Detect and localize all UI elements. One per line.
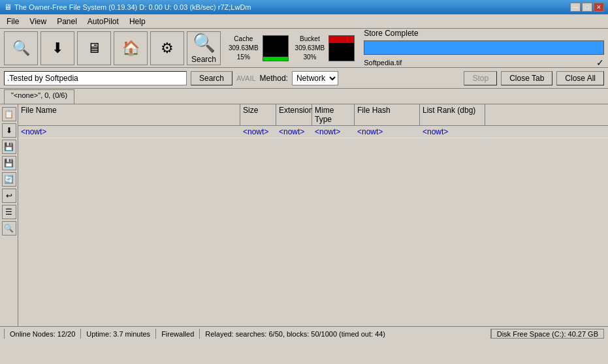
store-complete-label: Store Complete [364, 29, 418, 38]
title-bar-title: 🖥 The Owner-Free File System (0.19.34) D… [4, 3, 251, 12]
stop-button[interactable]: Stop [464, 71, 497, 85]
available-label: AVAIL [236, 74, 256, 82]
file-list-container: File Name Size Extension Mime Type File … [18, 104, 608, 326]
sidebar-icon-rotate[interactable]: 🔄 [2, 172, 16, 187]
store-complete-filename: Softpedia.tif [364, 59, 402, 67]
store-complete-section: Store Complete Softpedia.tif ✓ [364, 29, 604, 68]
bucket-fill [329, 36, 354, 43]
title-bar-controls: — □ ✕ [570, 3, 604, 12]
col-header-mime[interactable]: Mime Type [312, 104, 355, 125]
col-header-extension[interactable]: Extension [276, 104, 312, 125]
cell-mime: <nowt> [312, 126, 355, 138]
method-label: Method: [260, 74, 288, 83]
cell-filename: <nowt> [18, 126, 240, 138]
cache-fill [263, 57, 288, 61]
toolbar-home-btn[interactable]: 🏠 [114, 31, 148, 65]
sidebar-icon-download[interactable]: ⬇ [2, 123, 16, 138]
minimize-button[interactable]: — [570, 3, 581, 12]
method-select[interactable]: Network Local Both [292, 71, 338, 85]
sidebar-icon-save1[interactable]: 💾 [2, 140, 16, 154]
toolbar-search-btn[interactable]: 🔍 [4, 31, 38, 65]
bucket-percent: 30% [303, 53, 316, 62]
toolbar-search-label-btn[interactable]: 🔍 Search [187, 31, 221, 65]
download-icon: ⬇ [52, 40, 63, 57]
cache-size: 309.63MB [229, 44, 259, 53]
table-row[interactable]: <nowt> <nowt> <nowt> <nowt> <nowt> <nowt… [18, 126, 608, 138]
col-header-rank[interactable]: List Rank (dbg) [420, 104, 485, 125]
menu-panel[interactable]: Panel [53, 16, 81, 27]
menu-autopilot[interactable]: AutoPilot [84, 16, 123, 27]
store-complete-bar [364, 40, 604, 55]
cell-size: <nowt> [240, 126, 276, 138]
toolbar-network-btn[interactable]: 🖥 [77, 31, 111, 65]
network-icon: 🖥 [87, 40, 101, 57]
menu-help[interactable]: Help [125, 16, 150, 27]
cache-group: Cache 309.63MB 15% [229, 35, 289, 62]
status-online-nodes: Online Nodes: 12/20 [4, 329, 81, 339]
bucket-bar [328, 35, 355, 61]
close-tab-button[interactable]: Close Tab [501, 71, 552, 85]
status-bar: Online Nodes: 12/20 Uptime: 3.7 minutes … [0, 326, 608, 341]
bucket-group: Bucket 309.63MB 30% [295, 35, 355, 62]
sidebar-icon-search[interactable]: 🔍 [2, 221, 16, 235]
col-header-filename[interactable]: File Name [18, 104, 240, 125]
close-button[interactable]: ✕ [594, 3, 604, 12]
menu-view[interactable]: View [25, 16, 50, 27]
cell-hash: <nowt> [355, 126, 420, 138]
window-title: The Owner-Free File System (0.19.34) D: … [14, 3, 251, 11]
col-header-hash[interactable]: File Hash [355, 104, 420, 125]
bucket-size: 309.63MB [295, 44, 325, 53]
title-bar: 🖥 The Owner-Free File System (0.19.34) D… [0, 0, 608, 14]
bucket-label: Bucket [300, 35, 320, 44]
settings-icon: ⚙ [161, 40, 174, 57]
status-firewalled: Firewalled [156, 329, 200, 339]
toolbar-settings-btn[interactable]: ⚙ [150, 31, 184, 65]
menu-bar: File View Panel AutoPilot Help [0, 14, 608, 29]
sidebar-icon-clipboard[interactable]: 📋 [2, 107, 16, 121]
cache-bar [263, 35, 289, 61]
sidebar-icon-list[interactable]: ☰ [2, 205, 16, 219]
tab-bar: "<none>", 0, (0/6) [0, 89, 608, 104]
status-disk-free: Disk Free Space (C:): 40.27 GB [491, 329, 604, 339]
main-content: 📋 ⬇ 💾 💾 🔄 ↩ ☰ 🔍 File Name Size Extension… [0, 104, 608, 326]
file-list-header: File Name Size Extension Mime Type File … [18, 104, 608, 126]
search-bar: Search AVAIL Method: Network Local Both … [0, 68, 608, 89]
status-relayed: Relayed: searches: 6/50, blocks: 50/1000… [200, 329, 490, 339]
sidebar-icon-back[interactable]: ↩ [2, 189, 16, 203]
search-input[interactable] [4, 71, 187, 85]
home-icon: 🏠 [122, 40, 140, 57]
cell-extension: <nowt> [276, 126, 312, 138]
maximize-button[interactable]: □ [582, 3, 592, 12]
menu-file[interactable]: File [3, 16, 23, 27]
search-large-icon: 🔍 [193, 32, 216, 53]
close-all-button[interactable]: Close All [556, 71, 604, 85]
search-button[interactable]: Search [191, 71, 232, 85]
search-label: Search [191, 55, 216, 64]
cache-label: Cache [234, 35, 253, 44]
sidebar: 📋 ⬇ 💾 💾 🔄 ↩ ☰ 🔍 [0, 104, 18, 326]
cell-rank: <nowt> [420, 126, 485, 138]
col-header-size[interactable]: Size [240, 104, 276, 125]
status-uptime: Uptime: 3.7 minutes [81, 329, 156, 339]
cache-percent: 15% [237, 53, 250, 62]
checkmark-icon: ✓ [596, 57, 604, 68]
sidebar-icon-save2[interactable]: 💾 [2, 156, 16, 170]
tab-none[interactable]: "<none>", 0, (0/6) [4, 89, 74, 104]
toolbar-download-btn[interactable]: ⬇ [40, 31, 74, 65]
magnifier-icon: 🔍 [12, 40, 30, 57]
toolbar: 🔍 ⬇ 🖥 🏠 ⚙ 🔍 Search Cache 309.63MB 15% Bu… [0, 29, 608, 68]
